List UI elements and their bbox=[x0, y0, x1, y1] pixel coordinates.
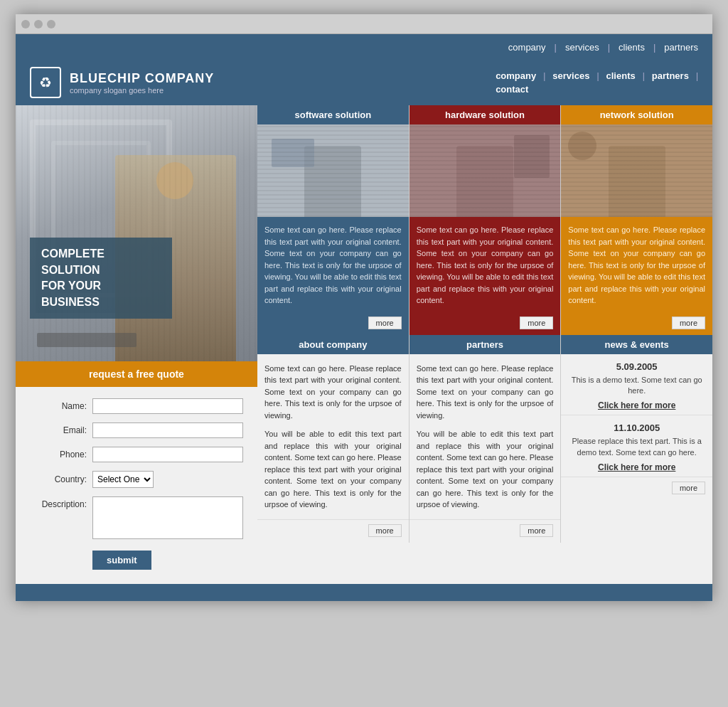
about-text-1: Some text can go here. Please replace th… bbox=[264, 363, 402, 422]
top-nav-sep-3: | bbox=[653, 42, 655, 53]
form-input-phone[interactable] bbox=[92, 447, 243, 462]
partners-more-row: more bbox=[410, 519, 561, 543]
partners-text-1: Some text can go here. Please replace th… bbox=[417, 363, 554, 422]
form-input-name[interactable] bbox=[92, 398, 243, 414]
software-body: Some text can go here. Please replace th… bbox=[257, 217, 409, 312]
form-input-email[interactable] bbox=[92, 422, 243, 438]
network-header: network solution bbox=[561, 105, 712, 124]
network-body: Some text can go here. Please replace th… bbox=[561, 217, 712, 312]
browser-btn-2 bbox=[34, 20, 43, 28]
top-nav-outer: company | services | clients | partners bbox=[16, 34, 712, 60]
browser-btn-3 bbox=[47, 20, 55, 28]
logo-text-block: BLUECHIP COMPANY company slogan goes her… bbox=[70, 71, 214, 95]
software-more-btn[interactable]: more bbox=[368, 317, 402, 329]
top-nav-services[interactable]: services bbox=[565, 42, 599, 53]
right-cols: software solution Some text can go here.… bbox=[257, 105, 712, 581]
submit-button[interactable]: submit bbox=[92, 551, 151, 570]
form-label-email: Email: bbox=[30, 425, 87, 435]
logo-icon: ♻ bbox=[30, 67, 61, 98]
software-image-person bbox=[304, 146, 361, 217]
header-nav-clients[interactable]: clients bbox=[602, 70, 640, 81]
about-text-2: You will be able to edit this text part … bbox=[264, 428, 402, 511]
partners-more-btn[interactable]: more bbox=[520, 524, 553, 537]
news-text-2: Please replace this text part. This is a… bbox=[568, 436, 705, 458]
news-date-1: 5.09.2005 bbox=[568, 361, 705, 372]
top-nav-company[interactable]: company bbox=[508, 42, 546, 53]
network-image bbox=[561, 124, 712, 217]
form-label-phone: Phone: bbox=[30, 450, 87, 459]
header-nav-top: company | services | clients | partners … bbox=[491, 70, 698, 81]
network-more-btn[interactable]: more bbox=[672, 317, 705, 329]
form-area: Name: Email: Phone: Country: Sel bbox=[16, 387, 257, 581]
solution-col-network: network solution Some text can go here. … bbox=[561, 105, 712, 335]
news-more-row: more bbox=[561, 477, 712, 500]
news-link-2[interactable]: Click here for more bbox=[598, 462, 675, 472]
bottom-col-news: news & events 5.09.2005 This is a demo t… bbox=[561, 335, 712, 543]
browser-bar bbox=[16, 14, 712, 34]
news-header: news & events bbox=[561, 335, 712, 354]
form-label-description: Description: bbox=[30, 496, 87, 509]
header-nav-bottom: contact bbox=[491, 84, 698, 95]
top-nav-clients[interactable]: clients bbox=[619, 42, 645, 53]
news-text-1: This is a demo text. Some text can go he… bbox=[568, 375, 705, 397]
hardware-image bbox=[410, 124, 561, 217]
hardware-more-btn[interactable]: more bbox=[520, 317, 553, 329]
hardware-image-person bbox=[456, 146, 513, 217]
about-body: Some text can go here. Please replace th… bbox=[257, 354, 409, 519]
form-row-email: Email: bbox=[30, 422, 243, 438]
header-nav-services[interactable]: services bbox=[548, 70, 594, 81]
content-area: COMPLETE SOLUTION FOR YOUR BUSINESS requ… bbox=[16, 105, 712, 581]
form-label-country: Country: bbox=[30, 474, 87, 484]
hardware-body: Some text can go here. Please replace th… bbox=[410, 217, 561, 312]
partners-header: partners bbox=[410, 335, 561, 354]
hero-headline-2: FOR YOUR BUSINESS bbox=[41, 278, 161, 310]
partners-text-2: You will be able to edit this text part … bbox=[417, 428, 554, 511]
solution-col-software: software solution Some text can go here.… bbox=[257, 105, 409, 335]
bottom-row: about company Some text can go here. Ple… bbox=[257, 335, 712, 543]
form-submit-row: submit bbox=[30, 548, 243, 570]
main-container: ♻ BLUECHIP COMPANY company slogan goes h… bbox=[16, 60, 712, 601]
page-wrapper: company | services | clients | partners … bbox=[16, 14, 712, 601]
site-header: ♻ BLUECHIP COMPANY company slogan goes h… bbox=[16, 60, 712, 105]
hero-area: COMPLETE SOLUTION FOR YOUR BUSINESS bbox=[16, 105, 257, 361]
news-more-btn[interactable]: more bbox=[672, 482, 705, 494]
solutions-row: software solution Some text can go here.… bbox=[257, 105, 712, 335]
news-item-1: 5.09.2005 This is a demo text. Some text… bbox=[561, 354, 712, 416]
logo-area: ♻ BLUECHIP COMPANY company slogan goes h… bbox=[30, 67, 214, 98]
partners-body: Some text can go here. Please replace th… bbox=[410, 354, 561, 519]
logo-slogan: company slogan goes here bbox=[70, 86, 214, 95]
header-nav-block: company | services | clients | partners … bbox=[491, 70, 698, 95]
logo-title: BLUECHIP COMPANY bbox=[70, 71, 214, 86]
news-item-2: 11.10.2005 Please replace this text part… bbox=[561, 415, 712, 477]
news-link-1[interactable]: Click here for more bbox=[598, 400, 675, 410]
about-more-row: more bbox=[257, 519, 409, 543]
software-header: software solution bbox=[257, 105, 409, 124]
hardware-more-row: more bbox=[410, 312, 561, 335]
form-select-country[interactable]: Select One bbox=[92, 471, 154, 488]
about-header: about company bbox=[257, 335, 409, 354]
about-more-btn[interactable]: more bbox=[368, 524, 402, 537]
hero-overlay-text: COMPLETE SOLUTION FOR YOUR BUSINESS bbox=[30, 238, 172, 319]
request-bar-label: request a free quote bbox=[89, 368, 184, 380]
solution-col-hardware: hardware solution Some text can go here.… bbox=[410, 105, 561, 335]
bottom-col-partners: partners Some text can go here. Please r… bbox=[410, 335, 561, 543]
software-image bbox=[257, 124, 409, 217]
form-row-description: Description: bbox=[30, 496, 243, 539]
hero-headline-1: COMPLETE SOLUTION bbox=[41, 246, 161, 278]
form-row-country: Country: Select One bbox=[30, 471, 243, 488]
network-image-person bbox=[609, 146, 665, 217]
news-date-2: 11.10.2005 bbox=[568, 422, 705, 433]
header-nav-company[interactable]: company bbox=[491, 70, 540, 81]
header-nav: company | services | clients | partners … bbox=[491, 70, 698, 95]
top-nav-partners[interactable]: partners bbox=[664, 42, 698, 53]
form-label-name: Name: bbox=[30, 401, 87, 411]
header-nav-partners[interactable]: partners bbox=[648, 70, 693, 81]
browser-btn-1 bbox=[21, 20, 30, 28]
top-nav-sep-2: | bbox=[608, 42, 610, 53]
form-row-phone: Phone: bbox=[30, 447, 243, 462]
hardware-header: hardware solution bbox=[410, 105, 561, 124]
form-textarea-description[interactable] bbox=[92, 496, 243, 539]
header-nav-contact[interactable]: contact bbox=[491, 84, 532, 95]
left-col: COMPLETE SOLUTION FOR YOUR BUSINESS requ… bbox=[16, 105, 257, 581]
form-row-name: Name: bbox=[30, 398, 243, 414]
